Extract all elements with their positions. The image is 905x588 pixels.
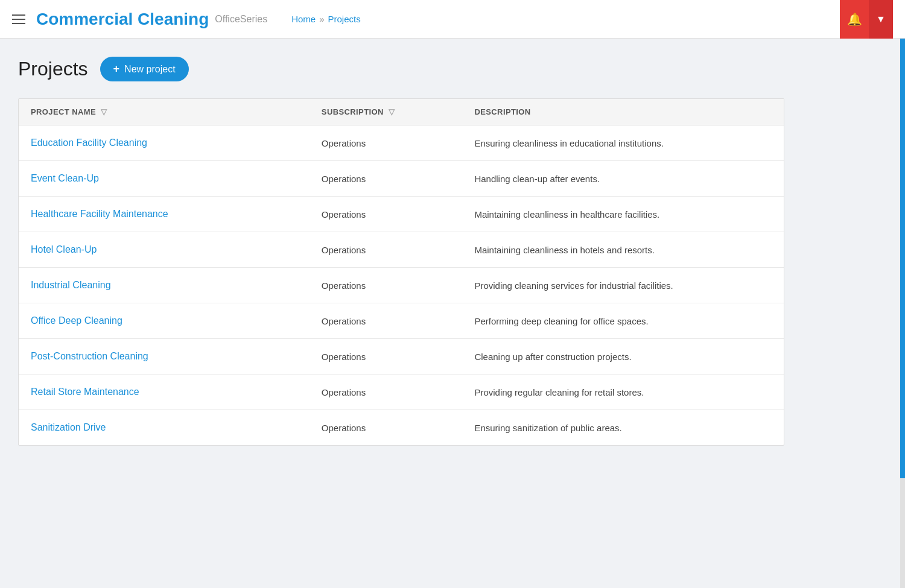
project-name-cell: Industrial Cleaning xyxy=(19,268,310,303)
breadcrumb-current: Projects xyxy=(328,14,361,24)
breadcrumb: Home » Projects xyxy=(291,14,361,24)
project-name-cell: Retail Store Maintenance xyxy=(19,375,310,410)
app-subtitle: OfficeSeries xyxy=(215,14,267,25)
new-project-button[interactable]: + New project xyxy=(100,57,189,81)
scrollbar[interactable] xyxy=(900,39,905,464)
table-row: Post-Construction CleaningOperationsClea… xyxy=(19,339,784,375)
description-cell: Providing regular cleaning for retail st… xyxy=(462,375,784,410)
description-cell: Ensuring sanitization of public areas. xyxy=(462,410,784,446)
project-name-cell: Healthcare Facility Maintenance xyxy=(19,197,310,232)
table-row: Retail Store MaintenanceOperationsProvid… xyxy=(19,375,784,410)
col-header-description: DESCRIPTION xyxy=(462,99,784,125)
header: Commercial Cleaning OfficeSeries Home » … xyxy=(0,0,905,39)
table-row: Education Facility CleaningOperationsEns… xyxy=(19,125,784,161)
projects-table: PROJECT NAME ▽ SUBSCRIPTION ▽ DESCRIPTIO… xyxy=(19,99,784,445)
subscription-cell: Operations xyxy=(310,232,463,268)
filter-icon-subscription[interactable]: ▽ xyxy=(389,107,395,116)
table-header: PROJECT NAME ▽ SUBSCRIPTION ▽ DESCRIPTIO… xyxy=(19,99,784,125)
project-name-cell: Hotel Clean-Up xyxy=(19,232,310,268)
project-name-cell: Education Facility Cleaning xyxy=(19,125,310,161)
project-link[interactable]: Industrial Cleaning xyxy=(31,280,111,290)
plus-icon: + xyxy=(113,63,120,75)
description-cell: Cleaning up after construction projects. xyxy=(462,339,784,375)
project-name-cell: Event Clean-Up xyxy=(19,161,310,197)
breadcrumb-separator: » xyxy=(319,14,324,24)
bell-button[interactable]: 🔔 xyxy=(840,0,869,39)
project-name-cell: Post-Construction Cleaning xyxy=(19,339,310,375)
description-cell: Maintaining cleanliness in healthcare fa… xyxy=(462,197,784,232)
project-link[interactable]: Sanitization Drive xyxy=(31,422,106,432)
dropdown-button[interactable]: ▼ xyxy=(869,0,893,39)
table-body: Education Facility CleaningOperationsEns… xyxy=(19,125,784,446)
col-header-subscription: SUBSCRIPTION ▽ xyxy=(310,99,463,125)
subscription-cell: Operations xyxy=(310,339,463,375)
description-cell: Ensuring cleanliness in educational inst… xyxy=(462,125,784,161)
project-name-cell: Sanitization Drive xyxy=(19,410,310,446)
projects-table-container: PROJECT NAME ▽ SUBSCRIPTION ▽ DESCRIPTIO… xyxy=(18,98,784,446)
project-link[interactable]: Event Clean-Up xyxy=(31,173,99,183)
filter-icon-name[interactable]: ▽ xyxy=(101,107,107,116)
bell-icon: 🔔 xyxy=(847,12,862,27)
project-link[interactable]: Retail Store Maintenance xyxy=(31,387,139,397)
table-row: Event Clean-UpOperationsHandling clean-u… xyxy=(19,161,784,197)
main-content: Projects + New project PROJECT NAME ▽ xyxy=(0,39,808,464)
project-link[interactable]: Hotel Clean-Up xyxy=(31,244,97,254)
table-row: Industrial CleaningOperationsProviding c… xyxy=(19,268,784,303)
new-project-label: New project xyxy=(124,64,175,75)
project-link[interactable]: Education Facility Cleaning xyxy=(31,138,147,148)
subscription-cell: Operations xyxy=(310,161,463,197)
page-header: Projects + New project xyxy=(18,57,784,81)
project-name-cell: Office Deep Cleaning xyxy=(19,303,310,339)
subscription-cell: Operations xyxy=(310,197,463,232)
description-cell: Maintaining cleanliness in hotels and re… xyxy=(462,232,784,268)
table-row: Sanitization DriveOperationsEnsuring san… xyxy=(19,410,784,446)
table-row: Office Deep CleaningOperationsPerforming… xyxy=(19,303,784,339)
col-header-project-name: PROJECT NAME ▽ xyxy=(19,99,310,125)
project-link[interactable]: Office Deep Cleaning xyxy=(31,315,122,326)
app-title: Commercial Cleaning xyxy=(36,10,209,29)
subscription-cell: Operations xyxy=(310,125,463,161)
project-link[interactable]: Post-Construction Cleaning xyxy=(31,351,148,361)
header-actions: 🔔 ▼ xyxy=(840,0,893,39)
table-row: Healthcare Facility MaintenanceOperation… xyxy=(19,197,784,232)
hamburger-menu[interactable] xyxy=(12,14,25,24)
page-title: Projects xyxy=(18,58,88,80)
breadcrumb-home[interactable]: Home xyxy=(291,14,316,24)
description-cell: Handling clean-up after events. xyxy=(462,161,784,197)
subscription-cell: Operations xyxy=(310,303,463,339)
subscription-cell: Operations xyxy=(310,268,463,303)
project-link[interactable]: Healthcare Facility Maintenance xyxy=(31,209,168,219)
chevron-down-icon: ▼ xyxy=(876,14,886,25)
description-cell: Performing deep cleaning for office spac… xyxy=(462,303,784,339)
subscription-cell: Operations xyxy=(310,410,463,446)
description-cell: Providing cleaning services for industri… xyxy=(462,268,784,303)
table-row: Hotel Clean-UpOperationsMaintaining clea… xyxy=(19,232,784,268)
scrollbar-thumb xyxy=(900,39,905,464)
subscription-cell: Operations xyxy=(310,375,463,410)
